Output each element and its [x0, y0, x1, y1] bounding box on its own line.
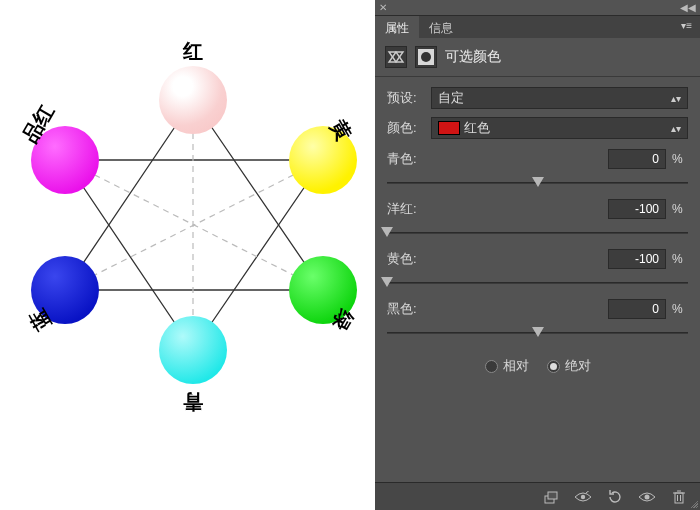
slider-label: 洋红: — [387, 200, 602, 218]
svg-point-9 — [581, 494, 585, 498]
colors-row: 颜色: 红色 ▴▾ — [375, 113, 700, 143]
wheel-label-red: 红 — [183, 38, 203, 65]
colors-label: 颜色: — [387, 119, 425, 137]
preset-label: 预设: — [387, 89, 425, 107]
slider-black: 黑色: % — [375, 293, 700, 343]
svg-line-10 — [586, 491, 591, 493]
adjustment-header: 可选颜色 — [375, 38, 700, 76]
slider-magenta-track[interactable] — [387, 225, 688, 241]
radio-label: 绝对 — [565, 357, 591, 375]
slider-label: 黄色: — [387, 250, 602, 268]
pct: % — [672, 202, 688, 216]
pct: % — [672, 252, 688, 266]
wheel-label-cyan: 青 — [183, 388, 203, 415]
slider-yellow-track[interactable] — [387, 275, 688, 291]
close-icon[interactable]: ✕ — [379, 2, 387, 13]
radio-absolute[interactable]: 绝对 — [547, 357, 591, 375]
collapse-icon[interactable]: ◀◀ — [680, 2, 696, 13]
slider-thumb[interactable] — [532, 327, 544, 337]
slider-cyan-value[interactable] — [608, 149, 666, 169]
slider-label: 黑色: — [387, 300, 602, 318]
resize-grip[interactable] — [688, 498, 698, 508]
clip-to-layer-icon[interactable] — [542, 488, 560, 506]
reset-icon[interactable] — [606, 488, 624, 506]
panel-menu-icon[interactable]: ▾≡ — [673, 16, 700, 38]
svg-point-6 — [421, 52, 431, 62]
slider-black-track[interactable] — [387, 325, 688, 341]
preset-value: 自定 — [438, 89, 464, 107]
preset-select[interactable]: 自定 ▴▾ — [431, 87, 688, 109]
color-swatch — [438, 121, 460, 135]
slider-magenta-value[interactable] — [608, 199, 666, 219]
panel-tabs: 属性 信息 ▾≡ — [375, 16, 700, 38]
slider-black-value[interactable] — [608, 299, 666, 319]
selective-color-icon — [385, 46, 407, 68]
slider-label: 青色: — [387, 150, 602, 168]
slider-yellow: 黄色: % — [375, 243, 700, 293]
panel-titlebar: ✕ ◀◀ — [375, 0, 700, 16]
radio-dot — [485, 360, 498, 373]
chevron-updown-icon: ▴▾ — [671, 123, 681, 134]
svg-marker-3 — [389, 52, 403, 62]
radio-relative[interactable]: 相对 — [485, 357, 529, 375]
slider-cyan: 青色: % — [375, 143, 700, 193]
mask-icon[interactable] — [415, 46, 437, 68]
slider-thumb[interactable] — [381, 227, 393, 237]
svg-point-11 — [645, 494, 650, 499]
colors-value: 红色 — [464, 119, 490, 137]
pct: % — [672, 302, 688, 316]
visibility-icon[interactable] — [638, 488, 656, 506]
colors-select[interactable]: 红色 ▴▾ — [431, 117, 688, 139]
slider-magenta: 洋红: % — [375, 193, 700, 243]
svg-rect-8 — [548, 492, 557, 499]
wheel-node-red — [159, 66, 227, 134]
slider-thumb[interactable] — [381, 277, 393, 287]
radio-label: 相对 — [503, 357, 529, 375]
preset-row: 预设: 自定 ▴▾ — [375, 83, 700, 113]
chevron-updown-icon: ▴▾ — [671, 93, 681, 104]
slider-yellow-value[interactable] — [608, 249, 666, 269]
panel-footer — [375, 482, 700, 510]
wheel-node-cyan — [159, 316, 227, 384]
svg-marker-4 — [389, 52, 403, 62]
radio-dot — [547, 360, 560, 373]
panel-title: 可选颜色 — [445, 48, 501, 66]
method-radios: 相对 绝对 — [375, 343, 700, 385]
tab-info[interactable]: 信息 — [419, 16, 463, 38]
trash-icon[interactable] — [670, 488, 688, 506]
pct: % — [672, 152, 688, 166]
view-previous-icon[interactable] — [574, 488, 592, 506]
svg-rect-12 — [675, 493, 683, 503]
slider-thumb[interactable] — [532, 177, 544, 187]
color-wheel-canvas: 红 黄 绿 青 蓝 品红 — [0, 0, 375, 510]
properties-panel: ✕ ◀◀ 属性 信息 ▾≡ 可选颜色 预设: 自定 ▴▾ 颜色: 红色 ▴▾ — [375, 0, 700, 510]
slider-cyan-track[interactable] — [387, 175, 688, 191]
tab-properties[interactable]: 属性 — [375, 16, 419, 38]
